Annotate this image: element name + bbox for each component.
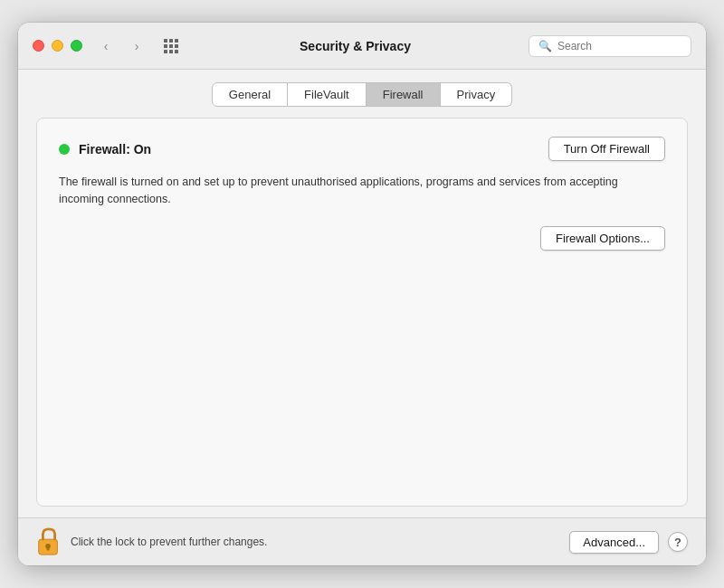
tabs-container: General FileVault Firewall Privacy xyxy=(18,70,706,107)
bottom-right: Advanced... ? xyxy=(569,531,688,554)
advanced-button[interactable]: Advanced... xyxy=(569,531,659,554)
bottom-bar: Click the lock to prevent further change… xyxy=(18,517,706,565)
search-input[interactable] xyxy=(557,40,675,52)
tab-firewall[interactable]: Firewall xyxy=(367,82,441,107)
lock-section: Click the lock to prevent further change… xyxy=(36,527,267,556)
minimize-button[interactable] xyxy=(52,40,63,52)
content: General FileVault Firewall Privacy Firew… xyxy=(18,70,706,517)
traffic-lights xyxy=(33,40,82,52)
lock-text: Click the lock to prevent further change… xyxy=(71,536,267,548)
window-title: Security & Privacy xyxy=(193,39,518,53)
nav-buttons: ‹ › xyxy=(93,37,149,55)
tab-filevault[interactable]: FileVault xyxy=(288,82,367,107)
close-button[interactable] xyxy=(33,40,44,52)
status-indicator xyxy=(59,144,70,155)
firewall-status-left: Firewall: On xyxy=(59,142,151,156)
maximize-button[interactable] xyxy=(71,40,82,52)
firewall-status-row: Firewall: On Turn Off Firewall xyxy=(59,137,665,161)
firewall-options-row: Firewall Options... xyxy=(59,226,665,251)
lock-icon[interactable] xyxy=(36,527,62,556)
help-button[interactable]: ? xyxy=(668,532,688,552)
svg-rect-2 xyxy=(47,547,50,551)
firewall-options-button[interactable]: Firewall Options... xyxy=(540,226,665,251)
forward-button[interactable]: › xyxy=(124,37,149,55)
search-icon: 🔍 xyxy=(538,40,552,52)
firewall-panel: Firewall: On Turn Off Firewall The firew… xyxy=(36,118,688,507)
tab-privacy[interactable]: Privacy xyxy=(441,82,513,107)
titlebar: ‹ › Security & Privacy 🔍 xyxy=(18,23,706,70)
firewall-status-label: Firewall: On xyxy=(79,142,151,156)
apps-grid-icon[interactable] xyxy=(164,39,178,53)
firewall-description: The firewall is turned on and set up to … xyxy=(59,174,620,208)
window: ‹ › Security & Privacy 🔍 General FileVau… xyxy=(18,23,706,565)
turn-off-firewall-button[interactable]: Turn Off Firewall xyxy=(548,137,665,161)
tab-general[interactable]: General xyxy=(212,82,288,107)
back-button[interactable]: ‹ xyxy=(93,37,119,55)
search-bar: 🔍 xyxy=(529,35,691,57)
